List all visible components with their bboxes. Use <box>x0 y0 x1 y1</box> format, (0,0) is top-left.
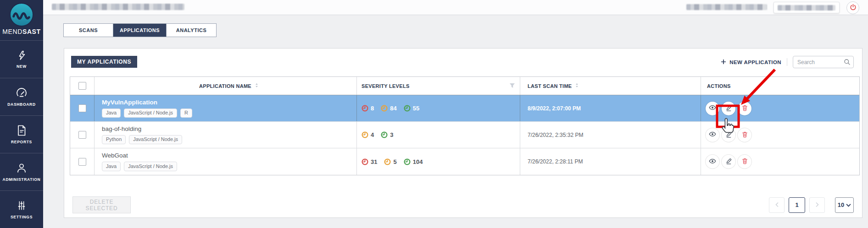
sidebar-item-new[interactable]: NEW <box>0 40 43 78</box>
sidebar-item-administration[interactable]: ADMINISTRATION <box>0 153 43 190</box>
new-application-label: NEW APPLICATION <box>729 60 781 65</box>
mend-logo-icon <box>10 3 33 27</box>
view-button[interactable] <box>706 155 719 168</box>
sort-icon[interactable] <box>574 82 579 89</box>
row-check-cell <box>70 148 95 175</box>
new-application-button[interactable]: NEW APPLICATION <box>721 59 781 65</box>
table-row: WebGoat Java JavaScript / Node.js 31 <box>70 148 859 175</box>
header-severity-levels: SEVERITY LEVELS <box>357 77 520 95</box>
panel-header-actions: NEW APPLICATION <box>721 56 854 68</box>
trash-icon <box>741 104 748 113</box>
sidebar-item-label: DASHBOARD <box>7 102 36 107</box>
view-button[interactable] <box>706 128 719 142</box>
language-tag: JavaScript / Node.js <box>129 135 182 144</box>
header-last-scan-time: LAST SCAN TIME <box>520 77 701 95</box>
language-tag: JavaScript / Node.js <box>124 162 177 171</box>
panel-title-badge: MY APPLICATIONS <box>71 56 137 68</box>
application-name[interactable]: WebGoat <box>102 152 128 159</box>
sidebar: MENDSAST NEW DASHBOARD REPORTS ADMINISTR… <box>0 0 43 228</box>
edit-button[interactable] <box>722 102 735 115</box>
pagination: 1 10 <box>769 197 854 213</box>
redacted-breadcrumb <box>52 4 184 10</box>
sidebar-item-label: SETTINGS <box>11 215 33 219</box>
trash-icon <box>741 131 748 139</box>
chevron-down-icon <box>846 201 851 208</box>
language-tag: Java <box>102 162 121 171</box>
trash-icon <box>741 157 748 166</box>
table-row: MyVulnApplication Java JavaScript / Node… <box>70 95 859 122</box>
view-button[interactable] <box>706 102 719 115</box>
table-header-row: APPLICATION NAME SEVERITY LEVELS <box>70 77 859 95</box>
eye-icon <box>709 104 716 113</box>
tab-analytics[interactable]: ANALYTICS <box>167 24 216 37</box>
table-row: bag-of-holding Python JavaScript / Node.… <box>70 122 859 148</box>
redacted-user-info <box>686 4 767 10</box>
application-name[interactable]: MyVulnApplication <box>102 99 157 106</box>
app-root: MENDSAST NEW DASHBOARD REPORTS ADMINISTR… <box>0 0 868 228</box>
language-tag: JavaScript / Node.js <box>124 109 177 118</box>
edit-button[interactable] <box>722 128 735 142</box>
main-area: SCANS APPLICATIONS ANALYTICS MY APPLICAT… <box>43 0 868 228</box>
pencil-icon <box>725 157 732 166</box>
severity-high: 31 <box>362 158 377 165</box>
application-cell: MyVulnApplication Java JavaScript / Node… <box>95 95 357 121</box>
clock-icon <box>404 158 411 165</box>
prev-page-button[interactable] <box>769 197 785 213</box>
topbar <box>43 0 868 15</box>
filter-icon[interactable] <box>509 83 515 89</box>
row-check-cell <box>70 95 95 121</box>
page-size-select[interactable]: 10 <box>835 197 854 213</box>
edit-button[interactable] <box>722 155 735 168</box>
table-footer: DELETE SELECTED 1 10 <box>72 196 854 213</box>
select-all-checkbox[interactable] <box>78 82 86 90</box>
tab-applications[interactable]: APPLICATIONS <box>113 24 167 37</box>
clock-icon <box>362 131 368 138</box>
delete-button[interactable] <box>738 155 751 168</box>
brand[interactable]: MENDSAST <box>0 0 43 40</box>
plus-icon <box>721 59 726 65</box>
delete-button[interactable] <box>738 128 751 142</box>
sidebar-item-label: ADMINISTRATION <box>3 177 41 182</box>
row-checkbox[interactable] <box>78 104 86 112</box>
delete-selected-button[interactable]: DELETE SELECTED <box>72 196 131 213</box>
severity-low: 3 <box>381 131 393 138</box>
gauge-icon <box>16 87 28 99</box>
logout-button[interactable] <box>846 1 859 14</box>
tabs-row: SCANS APPLICATIONS ANALYTICS <box>43 15 868 37</box>
sort-icon[interactable] <box>254 82 259 89</box>
severity-cell: 31 5 104 <box>357 148 520 175</box>
applications-panel: MY APPLICATIONS NEW APPLICATION <box>64 48 862 218</box>
severity-cell: 4 3 <box>357 122 520 148</box>
redacted-org-selector[interactable] <box>773 2 840 13</box>
severity-cell: 8 84 55 <box>357 95 520 121</box>
current-page[interactable]: 1 <box>789 197 805 213</box>
report-icon <box>16 125 27 136</box>
severity-high: 8 <box>362 105 374 112</box>
row-check-cell <box>70 122 95 148</box>
sidebar-item-reports[interactable]: REPORTS <box>0 115 43 153</box>
application-name[interactable]: bag-of-holding <box>102 125 141 132</box>
chevron-left-icon <box>775 201 779 209</box>
last-scan-cell: 7/26/2022, 2:28:11 PM <box>520 148 701 175</box>
panel-header: MY APPLICATIONS NEW APPLICATION <box>64 49 862 68</box>
lightning-icon <box>16 50 27 61</box>
delete-button[interactable] <box>738 102 751 115</box>
language-tag: Java <box>102 109 121 118</box>
sidebar-item-dashboard[interactable]: DASHBOARD <box>0 78 43 115</box>
application-cell: WebGoat Java JavaScript / Node.js <box>95 148 357 175</box>
sidebar-item-label: REPORTS <box>11 140 32 144</box>
row-checkbox[interactable] <box>78 158 86 166</box>
header-application-name: APPLICATION NAME <box>95 77 357 95</box>
tab-scans[interactable]: SCANS <box>64 24 113 37</box>
chevron-right-icon <box>815 201 819 209</box>
search-icon[interactable] <box>844 59 851 67</box>
sidebar-item-settings[interactable]: SETTINGS <box>0 190 43 228</box>
next-page-button[interactable] <box>809 197 825 213</box>
language-tag: Python <box>102 135 126 144</box>
clock-icon <box>381 105 388 112</box>
row-checkbox[interactable] <box>78 131 86 139</box>
search-box <box>793 56 854 68</box>
eye-icon <box>709 157 716 166</box>
severity-medium: 4 <box>362 131 374 138</box>
redacted-org-text <box>778 5 835 11</box>
